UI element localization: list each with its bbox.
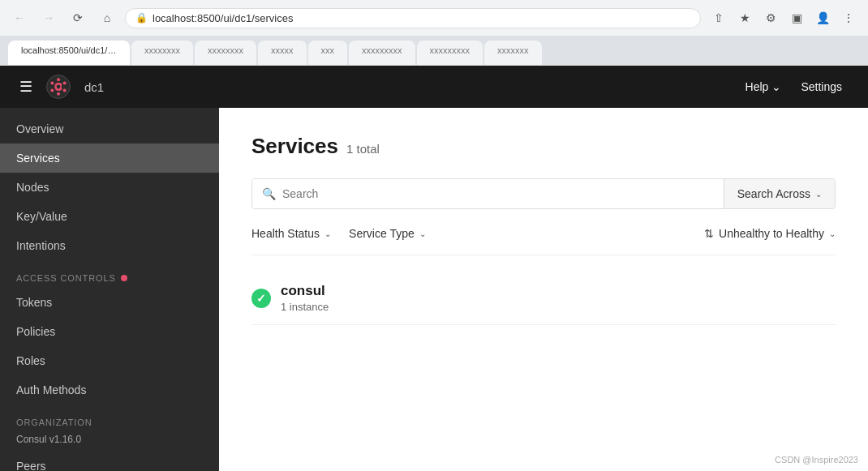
sidebar-item-label: Policies: [16, 325, 55, 338]
sidebar-item-services[interactable]: Services: [0, 143, 219, 173]
browser-tab-2[interactable]: xxxxxxxx: [131, 41, 193, 65]
access-controls-label: ACCESS CONTROLS: [16, 273, 116, 283]
watermark: CSDN @Inspire2023: [775, 455, 858, 465]
access-status-dot: [121, 275, 127, 281]
search-across-button[interactable]: Search Across ⌄: [724, 179, 835, 208]
sort-chevron-icon: ⌄: [829, 229, 836, 238]
sidebar-item-overview[interactable]: Overview: [0, 114, 219, 143]
browser-tabs: localhost:8500/ui/dc1/services xxxxxxxx …: [0, 36, 868, 65]
settings-label: Settings: [801, 80, 842, 93]
sidebar-item-policies[interactable]: Policies: [0, 317, 219, 346]
service-type-filter[interactable]: Service Type ⌄: [349, 222, 437, 245]
health-status-filter[interactable]: Health Status ⌄: [251, 222, 342, 245]
sort-icon: ⇅: [704, 227, 714, 240]
service-item[interactable]: ✓ consul 1 instance: [251, 272, 836, 325]
consul-logo: C: [45, 74, 71, 100]
main-content: Services 1 total 🔍 Search Across ⌄ Healt…: [219, 108, 868, 471]
page-subtitle: 1 total: [346, 142, 380, 156]
sidebar-item-roles[interactable]: Roles: [0, 346, 219, 375]
svg-point-8: [50, 82, 54, 85]
service-status-healthy-icon: ✓: [251, 289, 271, 308]
sidebar-item-kv[interactable]: Key/Value: [0, 202, 219, 231]
search-input[interactable]: [282, 179, 714, 208]
svg-point-6: [57, 92, 60, 96]
share-button[interactable]: ⇧: [707, 6, 730, 29]
sidebar: Overview Services Nodes Key/Value Intent…: [0, 108, 219, 471]
sidebar-item-intentions[interactable]: Intentions: [0, 231, 219, 260]
bookmark-button[interactable]: ★: [733, 6, 756, 29]
svg-point-3: [57, 78, 60, 81]
browser-tab-4[interactable]: xxxxx: [258, 41, 307, 65]
search-icon: 🔍: [262, 187, 276, 200]
sidebar-item-label: Key/Value: [16, 210, 67, 223]
page-title: Services: [251, 134, 338, 159]
sidebar-item-auth-methods[interactable]: Auth Methods: [0, 375, 219, 405]
address-bar[interactable]: 🔒 localhost:8500/ui/dc1/services: [125, 8, 701, 28]
page-title-row: Services 1 total: [251, 134, 836, 159]
search-row: 🔍 Search Across ⌄: [251, 178, 836, 209]
forward-button[interactable]: →: [37, 6, 60, 29]
sort-label: Unhealthy to Healthy: [719, 227, 824, 240]
sidebar-item-label: Roles: [16, 354, 45, 367]
service-type-label: Service Type: [349, 227, 415, 240]
svg-point-7: [50, 88, 54, 92]
browser-tab-3[interactable]: xxxxxxxx: [195, 41, 256, 65]
consul-version: Consul v1.16.0: [0, 432, 219, 452]
datacenter-label: dc1: [84, 80, 104, 94]
browser-tab-5[interactable]: xxx: [308, 41, 348, 65]
profile-button[interactable]: 👤: [811, 6, 834, 29]
service-list: ✓ consul 1 instance: [251, 272, 836, 325]
browser-chrome: ← → ⟳ ⌂ 🔒 localhost:8500/ui/dc1/services…: [0, 0, 868, 66]
svg-point-4: [63, 82, 67, 85]
sidebar-item-label: Tokens: [16, 296, 52, 309]
browser-tab-1[interactable]: localhost:8500/ui/dc1/services: [8, 41, 130, 65]
sidebar-item-label: Auth Methods: [16, 383, 86, 396]
sidebar-item-label: Services: [16, 152, 60, 165]
sidebar-item-tokens[interactable]: Tokens: [0, 288, 219, 317]
help-label: Help: [746, 80, 769, 93]
top-navigation: ☰ C dc1 Help ⌄ Settings: [0, 66, 868, 108]
search-across-label: Search Across: [737, 187, 810, 200]
browser-tab-8[interactable]: xxxxxxx: [484, 41, 542, 65]
help-chevron-icon: ⌄: [771, 80, 781, 93]
sort-button[interactable]: ⇅ Unhealthy to Healthy ⌄: [704, 222, 836, 245]
back-button[interactable]: ←: [8, 6, 31, 29]
organization-section: ORGANIZATION: [0, 405, 219, 432]
service-instances: 1 instance: [281, 301, 836, 313]
browser-tab-6[interactable]: xxxxxxxxx: [349, 41, 415, 65]
service-name: consul: [281, 283, 836, 299]
sidebar-item-label: Nodes: [16, 181, 49, 194]
service-type-chevron-icon: ⌄: [419, 229, 426, 238]
hamburger-button[interactable]: ☰: [16, 75, 36, 99]
search-input-wrapper[interactable]: 🔍: [252, 179, 724, 208]
sidebar-item-peers[interactable]: Peers: [0, 452, 219, 471]
pip-button[interactable]: ▣: [785, 6, 808, 29]
lock-icon: 🔒: [135, 12, 148, 24]
browser-tab-7[interactable]: xxxxxxxxx: [417, 41, 483, 65]
url-display: localhost:8500/ui/dc1/services: [153, 12, 690, 24]
service-info: consul 1 instance: [281, 283, 836, 313]
home-button[interactable]: ⌂: [96, 6, 118, 29]
search-across-chevron-icon: ⌄: [815, 190, 822, 199]
sidebar-item-label: Overview: [16, 122, 63, 135]
extensions-button[interactable]: ⚙: [759, 6, 782, 29]
organization-label: ORGANIZATION: [16, 417, 92, 427]
reload-button[interactable]: ⟳: [67, 6, 89, 29]
health-status-label: Health Status: [251, 227, 320, 240]
health-status-chevron-icon: ⌄: [324, 229, 331, 238]
menu-button[interactable]: ⋮: [837, 6, 860, 29]
sidebar-item-nodes[interactable]: Nodes: [0, 173, 219, 202]
sidebar-item-label: Intentions: [16, 239, 66, 252]
sidebar-item-label: Peers: [16, 460, 46, 471]
access-controls-section: ACCESS CONTROLS: [0, 260, 219, 288]
consul-logo-svg: C: [45, 74, 71, 100]
svg-point-5: [63, 88, 67, 92]
help-button[interactable]: Help ⌄: [736, 75, 792, 98]
filter-row: Health Status ⌄ Service Type ⌄ ⇅ Unhealt…: [251, 222, 836, 255]
settings-button[interactable]: Settings: [791, 75, 852, 98]
